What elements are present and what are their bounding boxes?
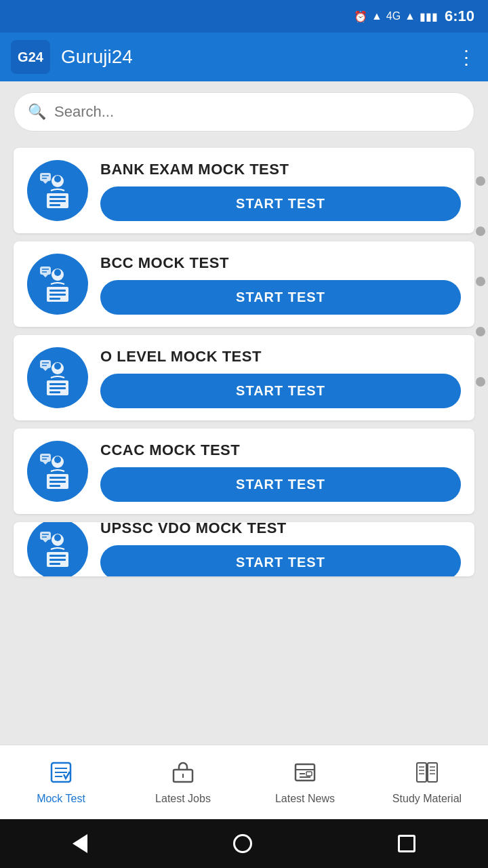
test-avatar-0 [27, 160, 88, 221]
nav-mock-test-label: Mock Test [37, 793, 85, 805]
app-title: Guruji24 [61, 46, 446, 68]
svg-rect-13 [49, 298, 60, 300]
svg-rect-32 [49, 481, 66, 483]
svg-rect-46 [40, 532, 51, 540]
nav-latest-news[interactable]: Latest News [244, 755, 366, 810]
search-icon: 🔍 [28, 103, 46, 121]
test-list: BANK EXAM MOCK TEST START TEST [14, 148, 474, 576]
top-bar: G24 Guruji24 ⋮ [0, 33, 488, 81]
test-card: BCC MOCK TEST START TEST [14, 241, 474, 327]
test-title-3: CCAC MOCK TEST [100, 441, 461, 459]
card-right-4: UPSSC VDO MOCK TEST START TEST [100, 522, 461, 576]
signal-icon: ▲ [405, 10, 415, 22]
alarm-icon: ⏰ [354, 10, 367, 23]
status-bar: ⏰ ▲ 4G ▲ ▮▮▮ 6:10 [0, 0, 488, 33]
svg-point-25 [54, 363, 61, 370]
svg-rect-33 [49, 485, 60, 487]
svg-marker-37 [43, 462, 48, 465]
content-area: BANK EXAM MOCK TEST START TEST [0, 142, 488, 745]
test-avatar-1 [27, 254, 88, 315]
more-options-button[interactable]: ⋮ [457, 46, 477, 68]
network-4g-icon: 4G [386, 10, 401, 22]
card-right-2: O LEVEL MOCK TEST START TEST [100, 348, 461, 408]
test-card: BANK EXAM MOCK TEST START TEST [14, 148, 474, 233]
test-title-2: O LEVEL MOCK TEST [100, 348, 461, 366]
svg-rect-26 [40, 360, 51, 368]
nav-mock-test[interactable]: Mock Test [0, 755, 122, 810]
back-button[interactable] [73, 834, 87, 853]
svg-marker-47 [43, 540, 48, 542]
svg-rect-1 [49, 196, 66, 198]
wifi-icon: ▲ [371, 10, 382, 22]
svg-rect-23 [49, 391, 60, 393]
svg-rect-22 [49, 387, 66, 389]
scroll-dot-5 [476, 377, 485, 387]
mock-test-icon [49, 760, 73, 790]
card-right-3: CCAC MOCK TEST START TEST [100, 441, 461, 502]
test-card: O LEVEL MOCK TEST START TEST [14, 335, 474, 420]
svg-point-15 [54, 269, 61, 276]
android-nav-bar [0, 819, 488, 868]
svg-point-45 [54, 534, 61, 541]
svg-rect-2 [49, 200, 66, 202]
test-title-0: BANK EXAM MOCK TEST [100, 161, 461, 178]
status-icons: ⏰ ▲ 4G ▲ ▮▮▮ [354, 10, 438, 23]
svg-rect-36 [40, 454, 51, 462]
nav-latest-jobs-label: Latest Jobs [155, 793, 211, 805]
svg-marker-7 [43, 181, 48, 184]
start-test-button-1[interactable]: START TEST [100, 280, 461, 315]
battery-icon: ▮▮▮ [420, 10, 438, 23]
svg-marker-27 [43, 368, 48, 371]
start-test-button-4[interactable]: START TEST [100, 545, 461, 577]
scroll-dot-4 [476, 327, 485, 336]
search-container: 🔍 [0, 81, 488, 142]
start-test-button-2[interactable]: START TEST [100, 374, 461, 408]
latest-jobs-icon [171, 760, 195, 790]
search-input[interactable] [54, 103, 460, 121]
recents-button[interactable] [398, 835, 415, 852]
search-bar: 🔍 [14, 92, 474, 132]
bottom-nav: Mock Test Latest Jobs Latest News [0, 745, 488, 819]
scroll-dot-3 [476, 277, 485, 286]
test-avatar-2 [27, 347, 88, 408]
scroll-dot-2 [476, 226, 485, 236]
svg-rect-16 [40, 267, 51, 275]
svg-rect-61 [417, 763, 426, 782]
svg-rect-6 [40, 173, 51, 181]
card-right-0: BANK EXAM MOCK TEST START TEST [100, 161, 461, 221]
app-logo: G24 [11, 40, 50, 74]
test-title-4: UPSSC VDO MOCK TEST [100, 522, 461, 537]
test-avatar-3 [27, 441, 88, 502]
test-avatar-4 [27, 522, 88, 576]
status-time: 6:10 [445, 7, 474, 25]
test-card: CCAC MOCK TEST START TEST [14, 429, 474, 514]
card-right-1: BCC MOCK TEST START TEST [100, 254, 461, 315]
study-material-icon [415, 760, 439, 790]
test-title-1: BCC MOCK TEST [100, 254, 461, 272]
svg-rect-62 [428, 763, 437, 782]
nav-study-material[interactable]: Study Material [366, 755, 488, 810]
svg-rect-21 [49, 383, 66, 385]
svg-rect-43 [49, 563, 60, 565]
svg-rect-60 [306, 772, 312, 776]
nav-study-material-label: Study Material [392, 793, 462, 805]
svg-rect-11 [49, 290, 66, 292]
svg-rect-31 [49, 477, 66, 479]
start-test-button-0[interactable]: START TEST [100, 186, 461, 221]
scroll-indicators [476, 176, 485, 387]
svg-point-35 [54, 456, 61, 463]
latest-news-icon [293, 760, 317, 790]
svg-rect-41 [49, 555, 66, 557]
svg-point-5 [54, 176, 61, 182]
scroll-dot-1 [476, 176, 485, 186]
svg-rect-3 [49, 204, 60, 206]
nav-latest-jobs[interactable]: Latest Jobs [122, 755, 244, 810]
home-button[interactable] [233, 834, 252, 853]
svg-rect-12 [49, 294, 66, 296]
test-card: UPSSC VDO MOCK TEST START TEST [14, 522, 474, 576]
start-test-button-3[interactable]: START TEST [100, 467, 461, 502]
svg-rect-42 [49, 559, 66, 561]
nav-latest-news-label: Latest News [275, 793, 335, 805]
svg-marker-17 [43, 275, 48, 277]
